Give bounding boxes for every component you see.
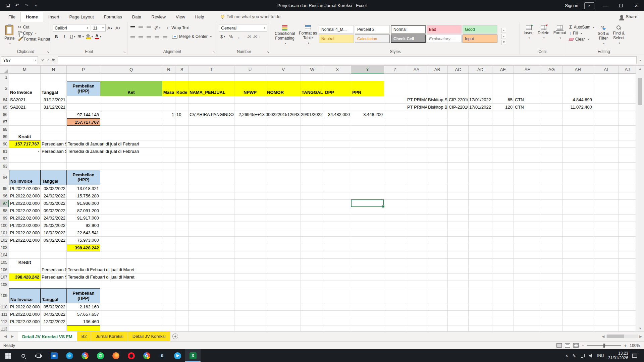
- cell-AH95[interactable]: [562, 185, 593, 192]
- cell-AI103[interactable]: [593, 244, 619, 251]
- cell-R100[interactable]: [162, 222, 175, 229]
- cell-AD91[interactable]: [469, 148, 492, 155]
- cell-X101[interactable]: [324, 229, 351, 237]
- cell-Q95[interactable]: [100, 185, 162, 192]
- column-header-W[interactable]: W: [301, 66, 324, 73]
- cell-AI97[interactable]: [593, 200, 619, 207]
- cell-AH88[interactable]: [562, 126, 593, 133]
- page-break-view-button[interactable]: [573, 343, 579, 348]
- cell-AI107[interactable]: [593, 274, 619, 281]
- cell-style-calculation[interactable]: Calculation: [355, 35, 390, 43]
- cell-U107[interactable]: [234, 274, 266, 281]
- cell-Z87[interactable]: [384, 118, 406, 126]
- cell-V84[interactable]: [266, 96, 301, 104]
- cell-AB96[interactable]: [427, 192, 448, 200]
- cell-X2[interactable]: DPP: [324, 81, 351, 96]
- cell-AD105[interactable]: [469, 259, 492, 266]
- cell-AF105[interactable]: [514, 259, 541, 266]
- row-header-90[interactable]: 90: [0, 140, 9, 148]
- cell-AI113[interactable]: [593, 325, 619, 331]
- cell-R93[interactable]: [162, 163, 175, 170]
- cell-P113[interactable]: [67, 325, 100, 331]
- cell-V1[interactable]: [266, 74, 301, 81]
- cell-AB85[interactable]: Biskitop Bu: [427, 104, 448, 111]
- number-format-combo[interactable]: General: [219, 24, 267, 32]
- cell-AH100[interactable]: [562, 222, 593, 229]
- cell-M105[interactable]: Kredit: [9, 259, 41, 266]
- cell-X111[interactable]: [324, 311, 351, 318]
- cell-W89[interactable]: [301, 133, 324, 140]
- italic-button[interactable]: I: [61, 33, 68, 40]
- cell-Z105[interactable]: [384, 259, 406, 266]
- cell-AG94[interactable]: [541, 170, 562, 185]
- cell-P86[interactable]: 97.144.148: [67, 111, 100, 118]
- cell-N95[interactable]: 08/02/2022: [41, 185, 67, 192]
- sheet-tab-jurnal-koreksi[interactable]: Jurnal Koreksi: [91, 331, 128, 341]
- cell-R94[interactable]: [162, 170, 175, 185]
- cell-AC99[interactable]: [448, 215, 469, 222]
- row-header-103[interactable]: 103: [0, 244, 9, 251]
- cell-T105[interactable]: [189, 259, 234, 266]
- decrease-decimal-button[interactable]: .00→: [253, 33, 261, 40]
- cell-AA91[interactable]: [406, 148, 427, 155]
- ribbon-display-options-button[interactable]: ∧: [584, 2, 594, 9]
- cell-X98[interactable]: [324, 207, 351, 215]
- ribbon-tab-page-layout[interactable]: Page Layout: [64, 12, 99, 22]
- cell-AE2[interactable]: [492, 81, 514, 96]
- cell-AE108[interactable]: [492, 281, 514, 288]
- cell-AF108[interactable]: [514, 281, 541, 288]
- cell-V95[interactable]: [266, 185, 301, 192]
- cell-AG87[interactable]: [541, 118, 562, 126]
- cell-T2[interactable]: NAMA_PENJUAL: [189, 81, 234, 96]
- cell-AF98[interactable]: [514, 207, 541, 215]
- cell-V107[interactable]: [266, 274, 301, 281]
- cell-M100[interactable]: PI.2022.02.00046: [9, 222, 41, 229]
- zoom-out-button[interactable]: −: [582, 343, 584, 348]
- cell-M98[interactable]: PI.2022.02.00008: [9, 207, 41, 215]
- row-header-112[interactable]: 112: [0, 318, 9, 325]
- cell-S110[interactable]: [175, 303, 189, 311]
- cell-AI105[interactable]: [593, 259, 619, 266]
- cell-M94[interactable]: No Invoice: [9, 170, 41, 185]
- cell-U101[interactable]: [234, 229, 266, 237]
- cell-Z112[interactable]: [384, 318, 406, 325]
- cell-N1[interactable]: [41, 74, 67, 81]
- cell-AB88[interactable]: [427, 126, 448, 133]
- cell-AC89[interactable]: [448, 133, 469, 140]
- cell-U94[interactable]: [234, 170, 266, 185]
- cell-AD102[interactable]: [469, 237, 492, 244]
- column-header-Y[interactable]: Y: [351, 66, 384, 73]
- cell-AJ109[interactable]: [619, 288, 636, 303]
- cell-AD103[interactable]: [469, 244, 492, 251]
- cell-X103[interactable]: [324, 244, 351, 251]
- row-header-2[interactable]: 2: [0, 81, 9, 96]
- cell-AC98[interactable]: [448, 207, 469, 215]
- cell-AC113[interactable]: [448, 325, 469, 331]
- cell-AC101[interactable]: [448, 229, 469, 237]
- cell-N105[interactable]: [41, 259, 67, 266]
- cell-Q104[interactable]: [100, 251, 162, 259]
- cell-P111[interactable]: 57.657.657: [67, 311, 100, 318]
- row-header-110[interactable]: 110: [0, 303, 9, 311]
- cell-U86[interactable]: 2,26945E+13: [234, 111, 266, 118]
- format-as-table-button[interactable]: Format as Table: [297, 23, 319, 49]
- cell-AI92[interactable]: [593, 155, 619, 163]
- cell-AJ99[interactable]: [619, 215, 636, 222]
- cell-AE89[interactable]: [492, 133, 514, 140]
- sheet-tab-detail-jv-koreksi[interactable]: Detail JV Koreksi: [128, 331, 170, 341]
- cell-AD1[interactable]: [469, 74, 492, 81]
- cell-AF107[interactable]: [514, 274, 541, 281]
- cell-X1[interactable]: [324, 74, 351, 81]
- cell-AE84[interactable]: 65: [492, 96, 514, 104]
- cell-AE104[interactable]: [492, 251, 514, 259]
- align-left-button[interactable]: [129, 33, 137, 40]
- cell-T107[interactable]: [189, 274, 234, 281]
- cell-AD86[interactable]: [469, 111, 492, 118]
- cell-AF113[interactable]: [514, 325, 541, 331]
- cell-AJ88[interactable]: [619, 126, 636, 133]
- cell-Q89[interactable]: [100, 133, 162, 140]
- cell-AC96[interactable]: [448, 192, 469, 200]
- column-header-AJ[interactable]: AJ: [619, 66, 636, 73]
- column-header-AE[interactable]: AE: [492, 66, 514, 73]
- cell-T112[interactable]: [189, 318, 234, 325]
